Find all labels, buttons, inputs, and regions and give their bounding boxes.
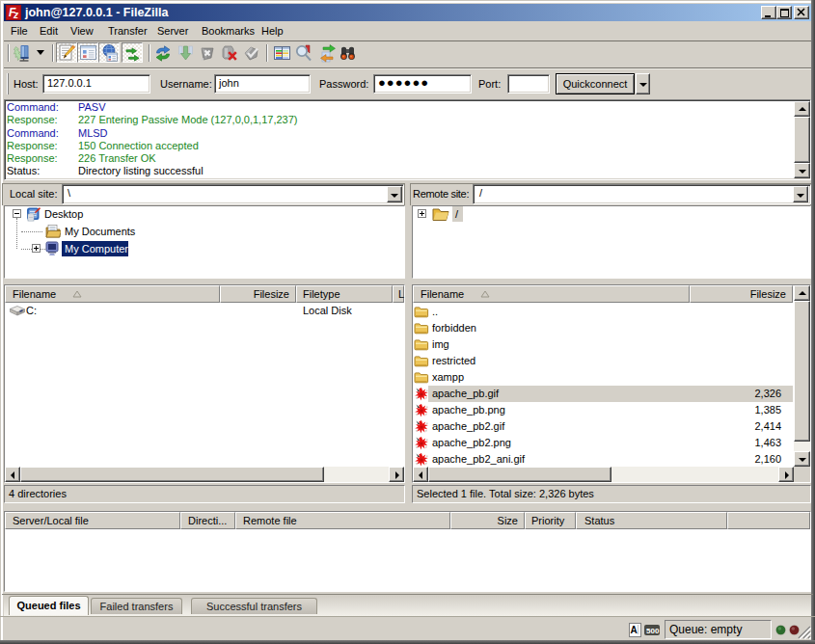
svg-text:500: 500: [646, 627, 660, 635]
svg-text:z: z: [13, 10, 18, 20]
svg-text:A: A: [631, 625, 638, 635]
